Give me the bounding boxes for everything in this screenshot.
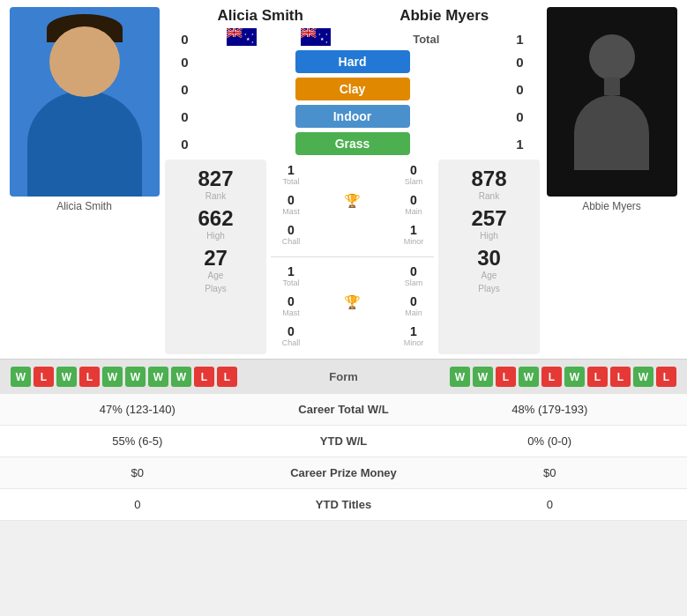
- surface-rows: 0 Hard 0 0 Clay 0 0 Indoor: [165, 50, 540, 155]
- right-rank-val: 878: [447, 167, 531, 191]
- left-chall-val: 0: [287, 223, 295, 237]
- right-player-column: Abbie Myers: [543, 7, 680, 354]
- stat-cards: 827 Rank 662 High 27 Age Plays 1: [165, 160, 540, 354]
- stat-right-3: 0: [423, 498, 677, 511]
- left-chall-lbl: Chall: [282, 237, 301, 246]
- form-pill-w: W: [171, 367, 191, 387]
- form-pill-w: W: [148, 367, 168, 387]
- left-slam-val: 0: [410, 163, 417, 177]
- form-pill-w: W: [564, 367, 585, 387]
- left-high-lbl: High: [174, 231, 258, 241]
- form-pill-w: W: [519, 367, 539, 387]
- svg-text:★: ★: [251, 41, 254, 44]
- stat-label-0: Career Total W/L: [265, 403, 423, 416]
- left-plays-lbl: Plays: [174, 284, 258, 293]
- form-pill-l: L: [610, 367, 631, 387]
- left-high-val: 662: [174, 206, 258, 231]
- grass-row: 0 Grass 1: [165, 132, 540, 155]
- total-score-left: 0: [165, 32, 205, 47]
- right-trophy-icon: 🏆: [344, 294, 361, 310]
- stat-left-1: 55% (6-5): [11, 434, 265, 448]
- grass-label: Grass: [295, 132, 410, 155]
- indoor-label: Indoor: [295, 105, 410, 128]
- au-flag-right: ★ ★ ★ ★: [301, 28, 331, 46]
- stat-row-2: $0 Career Prize Money $0: [0, 457, 687, 489]
- stat-row-3: 0 YTD Titles 0: [0, 489, 687, 521]
- stat-left-2: $0: [11, 466, 265, 479]
- left-age-lbl: Age: [174, 271, 258, 280]
- right-chall-val: 0: [287, 324, 295, 338]
- indoor-score-right: 0: [500, 109, 540, 124]
- right-age-lbl: Age: [447, 271, 531, 280]
- form-pill-l: L: [194, 367, 214, 387]
- right-slam-val: 0: [410, 264, 417, 278]
- abbie-silhouette: [574, 34, 649, 170]
- clay-score-right: 0: [500, 82, 540, 97]
- stat-label-1: YTD W/L: [265, 434, 423, 448]
- stat-row-1: 55% (6-5) YTD W/L 0% (0-0): [0, 426, 687, 457]
- right-total-lbl: Total: [282, 278, 299, 287]
- right-player-name: Abbie Myers: [353, 7, 537, 25]
- right-player-photo: [547, 7, 677, 197]
- form-pill-l: L: [34, 367, 54, 387]
- form-pill-w: W: [473, 367, 493, 387]
- total-label: Total: [369, 28, 483, 50]
- right-slam-lbl: Slam: [405, 278, 423, 287]
- stat-label-2: Career Prize Money: [265, 466, 423, 479]
- right-mast-val: 0: [287, 294, 295, 308]
- left-slam-lbl: Slam: [405, 177, 423, 186]
- clay-row: 0 Clay 0: [165, 78, 540, 100]
- abbie-sil-body: [574, 95, 649, 170]
- left-player-label: Alicia Smith: [56, 200, 112, 212]
- right-rank-lbl: Rank: [447, 191, 531, 201]
- left-minor-lbl: Minor: [404, 237, 424, 246]
- center-column: Alicia Smith Abbie Myers 0: [165, 7, 540, 354]
- left-player-name: Alicia Smith: [168, 7, 353, 25]
- left-rank-val: 827: [174, 167, 258, 191]
- form-pill-l: L: [79, 367, 100, 387]
- stat-row-0: 47% (123-140) Career Total W/L 48% (179-…: [0, 394, 687, 426]
- form-bar: WLWLWWWWLL Form WWLWLWLLWL: [0, 359, 687, 394]
- form-pill-l: L: [541, 367, 562, 387]
- form-label: Form: [237, 370, 450, 383]
- stat-right-1: 0% (0-0): [423, 434, 677, 448]
- hard-row: 0 Hard 0: [165, 50, 540, 73]
- right-age-val: 30: [447, 246, 531, 271]
- clay-label: Clay: [295, 78, 410, 100]
- form-pill-w: W: [56, 367, 77, 387]
- mid-stat-spacer: 1 Total 0 Slam 0 Mast: [271, 160, 434, 354]
- left-main-lbl: Main: [405, 207, 422, 216]
- abbie-sil-head: [589, 34, 635, 80]
- right-total-val: 1: [287, 264, 295, 278]
- right-total-slam-row: 1 Total 0 Slam: [278, 264, 427, 287]
- total-row: 0: [165, 28, 540, 50]
- left-age-val: 27: [174, 246, 258, 271]
- left-mast-val: 0: [287, 193, 295, 207]
- left-mast-main-row: 0 Mast 🏆 0 Main: [278, 193, 427, 216]
- left-mast-lbl: Mast: [282, 207, 300, 216]
- total-score-right: 1: [500, 32, 540, 47]
- right-main-lbl: Main: [405, 308, 422, 317]
- left-chall-minor-row: 0 Chall 1 Minor: [278, 223, 427, 246]
- indoor-score-left: 0: [165, 109, 205, 124]
- left-total-slam-row: 1 Total 0 Slam: [278, 163, 427, 186]
- right-stat-card: 878 Rank 257 High 30 Age Plays: [438, 160, 540, 354]
- left-form-pills: WLWLWWWWLL: [11, 367, 237, 387]
- hard-score-right: 0: [500, 55, 540, 70]
- page-wrapper: Alicia Smith Alicia Smith Abbie Myers 0: [0, 0, 687, 521]
- right-form-pills: WWLWLWLLWL: [450, 367, 676, 387]
- svg-text:★: ★: [325, 41, 328, 44]
- left-mini-stats: 1 Total 0 Slam 0 Mast: [271, 160, 434, 253]
- stat-left-0: 47% (123-140): [11, 403, 265, 416]
- right-high-lbl: High: [447, 231, 531, 241]
- stats-table: 47% (123-140) Career Total W/L 48% (179-…: [0, 394, 687, 521]
- hard-label: Hard: [295, 50, 410, 73]
- stat-right-0: 48% (179-193): [423, 403, 677, 416]
- stat-left-3: 0: [11, 498, 265, 511]
- hero-section: Alicia Smith Alicia Smith Abbie Myers 0: [0, 0, 687, 354]
- right-main-val: 0: [410, 294, 417, 308]
- form-pill-w: W: [11, 367, 31, 387]
- svg-text:★: ★: [318, 33, 321, 36]
- right-mini-stats: 1 Total 0 Slam 0 Mast: [271, 261, 434, 354]
- hard-score-left: 0: [165, 55, 205, 70]
